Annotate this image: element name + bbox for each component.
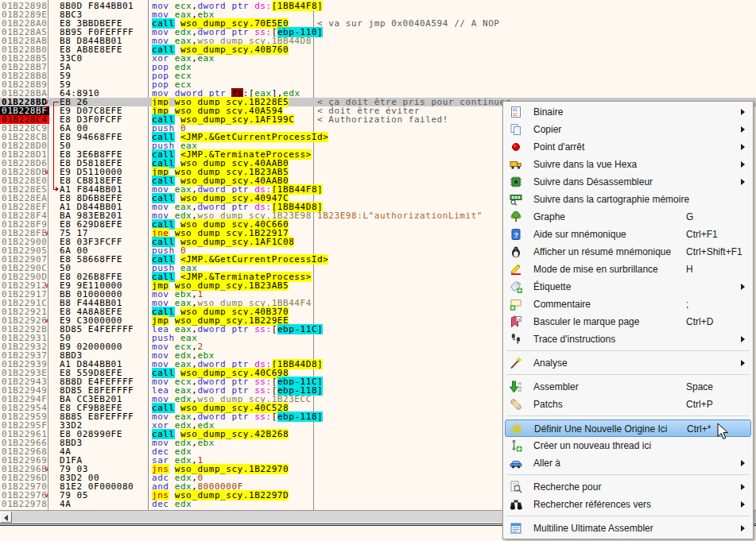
menu-item-label: Commentaire bbox=[533, 299, 591, 310]
menu-item-follow-in-memory-map[interactable]: Suivre dans la cartographie mémoire bbox=[505, 191, 751, 208]
car-icon bbox=[510, 457, 522, 470]
menu-item-label: Afficher un résumé mnémonique bbox=[533, 246, 671, 257]
menu-item-create-new-thread[interactable]: Créer un nouveau thread ici bbox=[505, 437, 751, 454]
menu-item-label: Aide sur mnémonique bbox=[533, 229, 626, 240]
disasm-row[interactable]: 01B228B859pop ecx bbox=[0, 71, 756, 80]
menu-item-label: Assembler bbox=[533, 381, 579, 392]
svg-text:n: n bbox=[518, 317, 520, 322]
address-cell: 01B22978 bbox=[2, 500, 47, 508]
menu-item-assemble[interactable]: 011001AssemblerSpace bbox=[505, 378, 751, 396]
menu-item-shortcut: H bbox=[686, 264, 693, 275]
menu-item-set-new-origin[interactable]: Définir Une Nouvelle Origine IciCtrl+* bbox=[505, 419, 751, 437]
menu-item-label: Binaire bbox=[533, 106, 563, 118]
menu-item-shortcut: Space bbox=[686, 381, 713, 392]
disasm-row[interactable]: 01B228B75Apop edx bbox=[0, 63, 756, 71]
tag-icon bbox=[510, 280, 522, 293]
menu-item-label: Copier bbox=[533, 124, 561, 135]
svg-text:10: 10 bbox=[513, 112, 518, 117]
submenu-arrow-icon bbox=[741, 336, 745, 342]
comment-cell: 1B23E98:L"authorizationLimit" bbox=[317, 211, 483, 220]
bytes-cell: 4A bbox=[60, 500, 71, 508]
penguin-icon bbox=[510, 245, 522, 258]
menu-item-label: Suivre dans Désassembleur bbox=[533, 176, 653, 187]
menu-item-comment[interactable]: Commentaire; bbox=[505, 296, 751, 313]
submenu-arrow-icon bbox=[741, 360, 745, 366]
bookmark-icon: n bbox=[510, 315, 522, 328]
menu-item-label: Basculer le marque page bbox=[533, 316, 639, 327]
disasm-row[interactable]: 01B228B533C0xor eax,eax bbox=[0, 54, 756, 63]
menu-item-mnemonic-brief[interactable]: Afficher un résumé mnémoniqueCtrl+Shift+… bbox=[505, 243, 751, 261]
magic-wand-icon bbox=[510, 357, 522, 369]
graph-tree-icon bbox=[510, 211, 522, 223]
menu-item-graph[interactable]: GrapheG bbox=[505, 208, 751, 226]
menu-item-copy[interactable]: Copier bbox=[505, 121, 751, 138]
origin-star-icon bbox=[510, 423, 523, 435]
disasm-row[interactable]: 01B228B959pop ecx bbox=[0, 80, 756, 89]
menu-item-label: Suivre dans la cartographie mémoire bbox=[533, 194, 689, 205]
menu-item-multiline-ultimate-assembler[interactable]: Multiline Ultimate Assembler bbox=[505, 520, 751, 537]
menu-item-label: Point d'arrêt bbox=[533, 141, 584, 153]
binoculars-icon bbox=[510, 498, 522, 511]
assemble-arrow-icon: 011001 bbox=[510, 381, 522, 393]
instruction-cell: dec edx bbox=[152, 500, 192, 508]
menu-item-label: Graphe bbox=[533, 211, 565, 222]
menu-item-label: Trace d'instructions bbox=[533, 334, 615, 345]
mouse-cursor bbox=[717, 423, 729, 443]
menu-item-label: Patchs bbox=[533, 399, 563, 410]
debugger-window: { "colors":{ "background":"#FFF8F0","sel… bbox=[0, 0, 756, 541]
menu-item-search-for[interactable]: Recherche pour bbox=[505, 478, 751, 496]
menu-item-instruction-trace[interactable]: Trace d'instructions bbox=[505, 330, 751, 348]
menu-item-analysis[interactable]: Analyse bbox=[505, 354, 751, 372]
menu-item-label: Rechercher références vers bbox=[533, 499, 651, 510]
memory-map-icon bbox=[510, 193, 522, 206]
copy-icon bbox=[510, 123, 522, 136]
context-menu: 0110BinaireCopierPoint d'arrêtSuivre dan… bbox=[502, 101, 754, 539]
menu-item-label: Multiline Ultimate Assembler bbox=[533, 523, 653, 534]
submenu-arrow-icon bbox=[741, 284, 745, 290]
menu-item-follow-in-hex-view[interactable]: Suivre dans la vue Hexa bbox=[505, 156, 751, 173]
menu-item-shortcut: Ctrl+Shift+F1 bbox=[686, 246, 742, 257]
menu-item-shortcut: ; bbox=[686, 299, 688, 310]
menu-item-go-to[interactable]: Aller à bbox=[505, 454, 751, 472]
menu-item-mnemonic-help[interactable]: ?Aide sur mnémoniqueCtrl+F1 bbox=[505, 226, 751, 243]
menu-item-shortcut: Ctrl+F1 bbox=[686, 229, 718, 240]
menu-item-follow-in-disassembler[interactable]: Suivre dans Désassembleur bbox=[505, 173, 751, 191]
menu-separator bbox=[506, 474, 750, 475]
new-thread-icon bbox=[510, 439, 522, 452]
menu-item-toggle-bookmark[interactable]: nBasculer le marque pageCtrl+D bbox=[505, 313, 751, 330]
submenu-arrow-icon bbox=[741, 525, 745, 531]
submenu-arrow-icon bbox=[741, 179, 745, 185]
multiline-icon bbox=[510, 522, 522, 535]
submenu-arrow-icon bbox=[741, 501, 745, 508]
svg-text:?: ? bbox=[514, 231, 519, 239]
scroll-left-button[interactable] bbox=[0, 512, 12, 523]
breakpoint-icon bbox=[510, 141, 522, 153]
menu-item-label: Étiquette bbox=[533, 281, 571, 292]
binary-icon: 0110 bbox=[510, 106, 522, 118]
menu-separator bbox=[506, 350, 750, 351]
menu-item-highlighting-mode[interactable]: Mode de mise en surbrillanceH bbox=[505, 261, 751, 278]
menu-item-label: Recherche pour bbox=[533, 481, 601, 493]
disasm-row[interactable]: 01B228988B0D F844BB01mov ecx,dword ptr d… bbox=[0, 2, 756, 10]
disasm-row[interactable]: 01B228B0E8 AB8E8EFEcall wso_dump_scy.40B… bbox=[0, 45, 756, 54]
submenu-arrow-icon bbox=[741, 484, 745, 490]
help-book-icon: ? bbox=[510, 228, 522, 241]
submenu-arrow-icon bbox=[741, 144, 745, 150]
cpu-chip-icon bbox=[510, 176, 522, 188]
menu-item-label[interactable]: Étiquette bbox=[505, 278, 751, 296]
submenu-arrow-icon bbox=[741, 126, 745, 133]
menu-item-binary[interactable]: 0110Binaire bbox=[505, 103, 751, 121]
menu-item-shortcut: Ctrl+P bbox=[686, 399, 713, 410]
svg-text:01: 01 bbox=[518, 388, 522, 392]
submenu-arrow-icon bbox=[741, 460, 745, 466]
menu-item-breakpoint[interactable]: Point d'arrêt bbox=[505, 138, 751, 156]
comment-bubble-icon bbox=[510, 298, 522, 311]
dump-truck-icon bbox=[510, 158, 522, 171]
comment-cell: < Authorization failed! bbox=[317, 115, 448, 124]
menu-item-patches[interactable]: PatchsCtrl+P bbox=[505, 396, 751, 413]
menu-item-find-references[interactable]: Rechercher références vers bbox=[505, 496, 751, 513]
footsteps-icon bbox=[510, 333, 522, 346]
submenu-arrow-icon bbox=[741, 161, 745, 168]
menu-separator bbox=[506, 415, 750, 416]
highlighter-icon bbox=[510, 263, 522, 276]
